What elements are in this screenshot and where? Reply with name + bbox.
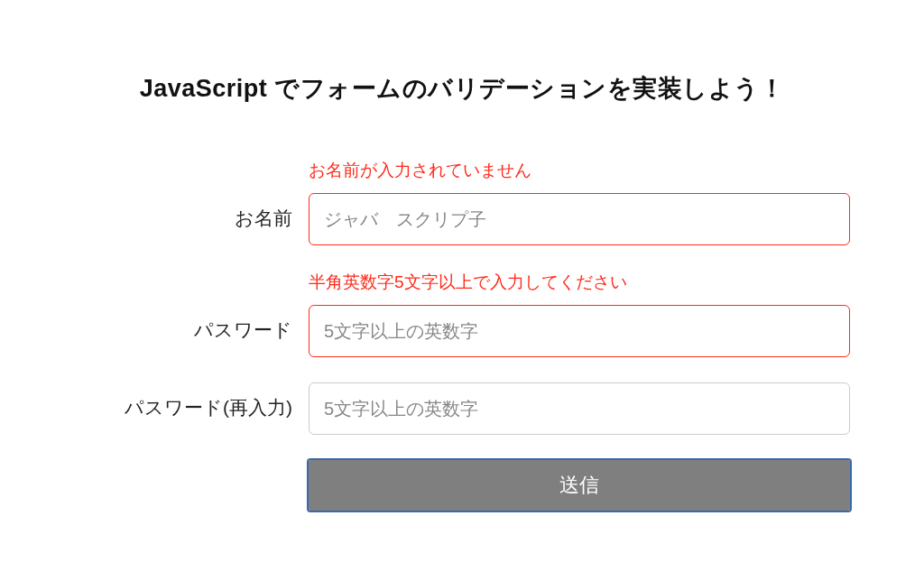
form-row-password: パスワード 半角英数字5文字以上で入力してください — [74, 271, 850, 357]
password-error-message: 半角英数字5文字以上で入力してください — [309, 271, 850, 294]
input-col: お名前が入力されていません — [309, 159, 850, 245]
label-col: パスワード(再入力) — [74, 395, 309, 435]
label-col — [74, 460, 309, 511]
page-title: JavaScript でフォームのバリデーションを実装しよう！ — [74, 72, 850, 105]
form-container: JavaScript でフォームのバリデーションを実装しよう！ お名前 お名前が… — [74, 72, 850, 511]
input-col — [309, 382, 850, 435]
name-error-message: お名前が入力されていません — [309, 159, 850, 182]
password-label: パスワード — [194, 319, 292, 340]
input-col: 半角英数字5文字以上で入力してください — [309, 271, 850, 357]
password-input[interactable] — [309, 305, 850, 357]
button-row: 送信 — [74, 460, 850, 511]
form-row-password-confirm: パスワード(再入力) — [74, 382, 850, 435]
name-input[interactable] — [309, 193, 850, 245]
password-confirm-input[interactable] — [309, 382, 850, 435]
password-confirm-label: パスワード(再入力) — [125, 397, 292, 418]
label-col: パスワード — [74, 318, 309, 357]
submit-button[interactable]: 送信 — [309, 460, 850, 511]
name-label: お名前 — [235, 207, 292, 228]
label-col: お名前 — [74, 206, 309, 245]
form-row-name: お名前 お名前が入力されていません — [74, 159, 850, 245]
